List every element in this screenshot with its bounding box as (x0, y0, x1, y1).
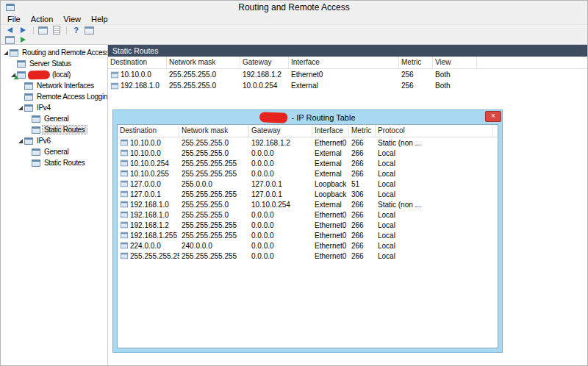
help-icon[interactable] (70, 26, 82, 35)
cell-interface: Ethernet0 (312, 139, 349, 147)
tree-arrow-spacer (18, 93, 24, 101)
tree-arrow-spacer (25, 159, 32, 167)
tree-item-network-interfaces[interactable]: Network Interfaces (1, 80, 107, 91)
cell-gateway: 192.168.1.2 (240, 71, 289, 79)
tree-arrow-spacer (25, 148, 32, 156)
dialog-client-area: DestinationNetwork maskGatewayInterfaceM… (117, 124, 498, 348)
expand-arrow-icon[interactable] (18, 104, 24, 112)
cell-metric: 266 (349, 159, 376, 168)
tree-arrow-spacer (18, 82, 24, 90)
table-row[interactable]: 127.0.0.0255.0.0.0127.0.0.1Loopback51Loc… (118, 179, 498, 189)
green-arrow-icon[interactable] (17, 35, 29, 45)
toolbar-separator (33, 26, 34, 35)
cell-text: 0.0.0.0 (251, 170, 274, 178)
menu-item-help[interactable]: Help (86, 15, 113, 24)
cell-metric: 266 (349, 252, 376, 260)
cell-gateway: 0.0.0.0 (249, 149, 312, 157)
menu-item-view[interactable]: View (58, 15, 86, 24)
column-header-interface[interactable]: Interface (312, 125, 349, 137)
tree-item-static-routes[interactable]: Static Routes (1, 124, 107, 135)
table-row[interactable]: 192.168.1.0255.255.255.010.0.0.254Extern… (108, 80, 587, 91)
cell-gateway: 0.0.0.0 (249, 252, 312, 260)
table-row[interactable]: 10.10.0.0255.255.255.0192.168.1.2Etherne… (118, 137, 498, 148)
column-header-metric[interactable]: Metric (399, 57, 433, 68)
column-header-interface[interactable]: Interface (289, 57, 399, 68)
cell-view: Both (433, 71, 477, 79)
cell-text: External (291, 82, 318, 90)
status-up-icon (14, 75, 18, 79)
ip-routing-table-dialog[interactable]: - IP Routing Table × DestinationNetwork … (112, 110, 503, 353)
export-list-icon[interactable] (50, 26, 62, 35)
tree-item-ipv4[interactable]: IPv4 (1, 102, 107, 113)
dialog-title-bar[interactable]: - IP Routing Table × (113, 110, 502, 124)
column-header-protocol[interactable]: Protocol (376, 125, 493, 137)
tree-item-general[interactable]: General (1, 146, 107, 157)
cell-destination: 10.10.0.255 (118, 170, 179, 178)
column-header-view[interactable]: View (433, 57, 477, 68)
cell-text: 0.0.0.0 (251, 149, 274, 157)
forward-icon[interactable] (17, 26, 29, 35)
table-row[interactable]: 127.0.0.1255.255.255.255127.0.0.1Loopbac… (118, 189, 498, 199)
console-window-icon[interactable] (4, 35, 16, 45)
table-row[interactable]: 10.10.0.255255.255.255.2550.0.0.0Externa… (118, 168, 498, 179)
tree-item-server-status[interactable]: Server Status (1, 58, 107, 69)
cell-network-mask: 255.255.255.0 (179, 201, 249, 209)
column-header-destination[interactable]: Destination (108, 57, 167, 68)
column-header-gateway[interactable]: Gateway (240, 57, 289, 68)
table-row[interactable]: 192.168.1.255255.255.255.2550.0.0.0Ether… (118, 230, 498, 240)
tree-item-remote-access-logging[interactable]: Remote Access Logging (1, 91, 107, 102)
cell-text: 127.0.0.1 (130, 190, 161, 198)
show-tree-icon[interactable] (37, 26, 49, 35)
expand-arrow-icon[interactable] (3, 49, 10, 57)
ip-routing-list: DestinationNetwork maskGatewayInterfaceM… (118, 125, 498, 261)
tree-item-static-routes[interactable]: Static Routes (1, 157, 107, 168)
cell-text: 266 (351, 232, 364, 240)
cell-network-mask: 255.255.255.255 (179, 159, 249, 168)
cell-text: 127.0.0.0 (130, 180, 161, 188)
expand-arrow-icon[interactable] (18, 137, 24, 145)
table-row[interactable]: 224.0.0.0240.0.0.00.0.0.0Ethernet0266Loc… (118, 240, 498, 251)
table-row[interactable]: 192.168.1.0255.255.255.010.10.0.254Exter… (118, 199, 498, 209)
column-header-network-mask[interactable]: Network mask (179, 125, 249, 137)
cell-interface: External (289, 82, 399, 90)
title-bar[interactable]: Routing and Remote Access (1, 1, 587, 14)
cell-text: 0.0.0.0 (251, 232, 274, 240)
tree-item-ipv6[interactable]: IPv6 (1, 135, 107, 146)
route-item-icon (111, 71, 118, 78)
cell-interface: Loopback (312, 180, 349, 188)
redaction-blob (259, 112, 287, 123)
cell-interface: Loopback (312, 190, 349, 198)
table-row[interactable]: 255.255.255.255255.255.255.2550.0.0.0Eth… (118, 251, 498, 261)
cell-text: 10.10.0.0 (121, 71, 151, 79)
menu-item-file[interactable]: File (2, 15, 26, 24)
cell-destination: 10.10.0.0 (108, 71, 167, 79)
menu-item-action[interactable]: Action (26, 15, 59, 24)
cell-gateway: 0.0.0.0 (249, 159, 312, 168)
column-header-gateway[interactable]: Gateway (249, 125, 312, 137)
cell-interface: Ethernet0 (312, 232, 349, 240)
table-row[interactable]: 192.168.1.2255.255.255.2550.0.0.0Etherne… (118, 220, 498, 230)
table-row[interactable]: 10.10.0.0255.255.255.0192.168.1.2Etherne… (108, 69, 587, 80)
column-header-network-mask[interactable]: Network mask (167, 57, 240, 68)
tree-item-local[interactable]: (local) (1, 69, 107, 80)
tree-item-routing-and-remote-access[interactable]: Routing and Remote Access (1, 47, 107, 58)
close-icon[interactable]: × (485, 111, 501, 122)
back-icon[interactable] (4, 26, 16, 35)
tree-item-general[interactable]: General (1, 113, 107, 124)
cell-protocol: Local (376, 149, 493, 157)
cell-text: 255.255.255.0 (182, 211, 229, 219)
table-row[interactable]: 10.10.0.0255.255.255.00.0.0.0External266… (118, 148, 498, 158)
tree-item-label: Static Routes (43, 159, 87, 167)
tree-item-label: Static Routes (43, 126, 87, 134)
table-row[interactable]: 10.10.0.254255.255.255.2550.0.0.0Externa… (118, 158, 498, 168)
cell-text: 10.10.0.254 (130, 159, 169, 168)
column-header-destination[interactable]: Destination (118, 125, 179, 137)
cell-text: 255.255.255.255 (182, 170, 237, 178)
table-row[interactable]: 192.168.1.0255.255.255.00.0.0.0Ethernet0… (118, 209, 498, 220)
cell-metric: 266 (349, 242, 376, 250)
column-header-metric[interactable]: Metric (349, 125, 376, 137)
cell-metric: 266 (349, 201, 376, 209)
properties-icon[interactable] (83, 26, 96, 35)
cell-text: 255.255.255.255 (182, 159, 237, 168)
tree-node-icon (24, 82, 33, 90)
